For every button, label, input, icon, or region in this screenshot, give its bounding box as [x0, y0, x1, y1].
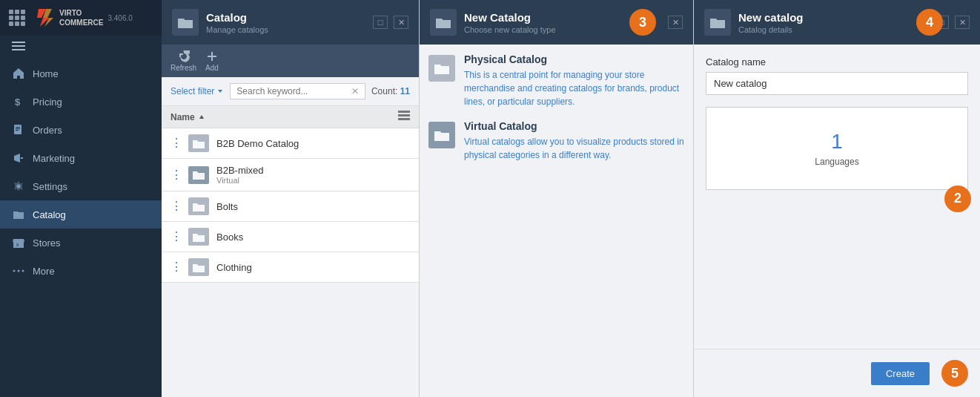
sidebar: VIRTO COMMERCE 3.406.0 Home $ Pricing: [0, 0, 162, 397]
catalog-maximize-button[interactable]: □: [373, 16, 388, 29]
list-item[interactable]: ⋮ Books: [162, 222, 419, 252]
settings-icon: [12, 180, 25, 193]
svg-rect-14: [398, 114, 410, 117]
virtual-folder-icon: [188, 166, 209, 184]
catalog-type-list: Physical Catalog This is a central point…: [420, 45, 693, 171]
new-catalog-header: New Catalog Choose new catalog type ✕ 3: [420, 0, 693, 45]
languages-content: 1 Languages: [706, 108, 967, 189]
list-item-handle[interactable]: ⋮: [170, 261, 182, 273]
svg-rect-13: [398, 111, 410, 113]
catalog-name-input[interactable]: [706, 72, 968, 95]
new-catalog-header-icon: [430, 9, 457, 36]
physical-folder-icon: [188, 134, 209, 152]
list-item-handle[interactable]: ⋮: [170, 169, 182, 181]
logo: VIRTO COMMERCE 3.406.0: [33, 6, 133, 30]
catalog-panel-header: Catalog Manage catalogs □ ✕: [162, 0, 419, 45]
list-item-content: B2B-mixed Virtual: [216, 165, 410, 185]
virtual-catalog-icon: [428, 122, 455, 148]
physical-folder-icon: [188, 228, 209, 246]
virtual-catalog-option[interactable]: Virtual Catalog Virtual catalogs allow y…: [428, 120, 684, 162]
catalog-details-header-icon: [704, 9, 731, 36]
sidebar-item-settings[interactable]: Settings: [0, 172, 162, 200]
list-item[interactable]: ⋮ Clothing: [162, 252, 419, 283]
catalog-header-icon: [172, 9, 199, 36]
catalog-list: ⋮ B2B Demo Catalog ⋮ B2B-mixed Virtual: [162, 128, 419, 397]
search-box: ✕: [230, 83, 365, 99]
step-badge-5: 5: [941, 360, 968, 387]
physical-folder-icon: [188, 197, 209, 215]
list-item[interactable]: ⋮ B2B Demo Catalog: [162, 128, 419, 159]
list-item[interactable]: ⋮ B2B-mixed Virtual: [162, 159, 419, 191]
stores-icon: [12, 236, 25, 249]
add-button[interactable]: Add: [205, 50, 219, 72]
catalog-details-close-button[interactable]: ✕: [955, 16, 970, 29]
logo-version: 3.406.0: [107, 14, 132, 22]
physical-folder-icon: [188, 258, 209, 276]
list-header: Name: [162, 106, 419, 128]
catalog-toolbar: Refresh Add 2: [162, 45, 419, 77]
virtual-catalog-text: Virtual Catalog Virtual catalogs allow y…: [464, 120, 684, 162]
sidebar-item-marketing[interactable]: Marketing: [0, 144, 162, 172]
list-item-content: Clothing: [216, 262, 410, 273]
svg-rect-5: [16, 128, 20, 129]
svg-rect-6: [16, 130, 19, 131]
list-item-content: Bolts: [216, 201, 410, 212]
count-label: Count: 11: [371, 86, 410, 96]
sidebar-item-catalog[interactable]: Catalog: [0, 200, 162, 229]
hamburger-menu[interactable]: [0, 36, 162, 53]
list-view-toggle[interactable]: [398, 111, 410, 123]
new-catalog-header-text: New Catalog Choose new catalog type: [464, 11, 556, 34]
create-button[interactable]: Create: [871, 362, 930, 385]
grid-icon[interactable]: [9, 10, 25, 26]
search-input[interactable]: [236, 86, 351, 96]
physical-catalog-text: Physical Catalog This is a central point…: [464, 53, 684, 108]
svg-point-12: [22, 270, 24, 272]
catalog-panel: Catalog Manage catalogs □ ✕ Refresh Add …: [162, 0, 420, 397]
languages-label: Languages: [815, 157, 858, 167]
select-filter[interactable]: Select filter: [170, 86, 224, 96]
refresh-button[interactable]: Refresh: [170, 50, 196, 72]
list-sort-name[interactable]: Name: [170, 112, 205, 122]
sidebar-item-stores[interactable]: Stores: [0, 229, 162, 257]
new-catalog-panel-controls: ✕: [668, 16, 683, 29]
catalog-details-header: New catalog Catalog details □ ✕ 4: [694, 0, 980, 45]
sidebar-item-home[interactable]: Home: [0, 59, 162, 88]
dollar-icon: $: [12, 95, 25, 108]
main-content: Catalog Manage catalogs □ ✕ Refresh Add …: [162, 0, 980, 397]
sidebar-item-orders[interactable]: Orders: [0, 116, 162, 144]
new-catalog-panel: New Catalog Choose new catalog type ✕ 3 …: [420, 0, 694, 397]
step-badge-3: 3: [629, 9, 656, 36]
list-item-content: Books: [216, 232, 410, 243]
svg-point-11: [18, 270, 20, 272]
catalog-name-label: Catalog name: [706, 56, 968, 68]
svg-text:$: $: [15, 96, 21, 108]
sidebar-item-more[interactable]: More: [0, 257, 162, 285]
new-catalog-close-button[interactable]: ✕: [668, 16, 683, 29]
sidebar-item-pricing[interactable]: $ Pricing: [0, 88, 162, 116]
search-clear-button[interactable]: ✕: [351, 86, 359, 96]
catalog-close-button[interactable]: ✕: [394, 16, 408, 29]
sidebar-menu: Home $ Pricing Orders Marketing: [0, 53, 162, 397]
more-icon: [12, 264, 25, 278]
catalog-panel-controls: □ ✕: [373, 16, 408, 29]
list-item[interactable]: ⋮ Bolts: [162, 191, 419, 222]
svg-rect-15: [398, 118, 410, 120]
filter-bar: Select filter ✕ Count: 11: [162, 77, 419, 106]
list-item-content: B2B Demo Catalog: [216, 138, 410, 149]
list-item-handle[interactable]: ⋮: [170, 200, 182, 212]
orders-icon: [12, 123, 25, 137]
physical-catalog-option[interactable]: Physical Catalog This is a central point…: [428, 53, 684, 108]
logo-text: VIRTO COMMERCE: [59, 8, 103, 27]
home-icon: [12, 67, 25, 80]
list-item-handle[interactable]: ⋮: [170, 231, 182, 243]
languages-box: 1 Languages: [706, 107, 968, 190]
catalog-icon: [12, 208, 25, 221]
catalog-header-text: Catalog Manage catalogs: [206, 11, 268, 34]
catalog-details-header-text: New catalog Catalog details: [738, 11, 804, 34]
sidebar-header: VIRTO COMMERCE 3.406.0: [0, 0, 162, 36]
marketing-icon: [12, 151, 25, 165]
list-item-handle[interactable]: ⋮: [170, 137, 182, 149]
virto-logo-icon: [33, 6, 56, 30]
panel-footer: Create 5: [694, 349, 980, 397]
svg-rect-9: [16, 243, 19, 246]
